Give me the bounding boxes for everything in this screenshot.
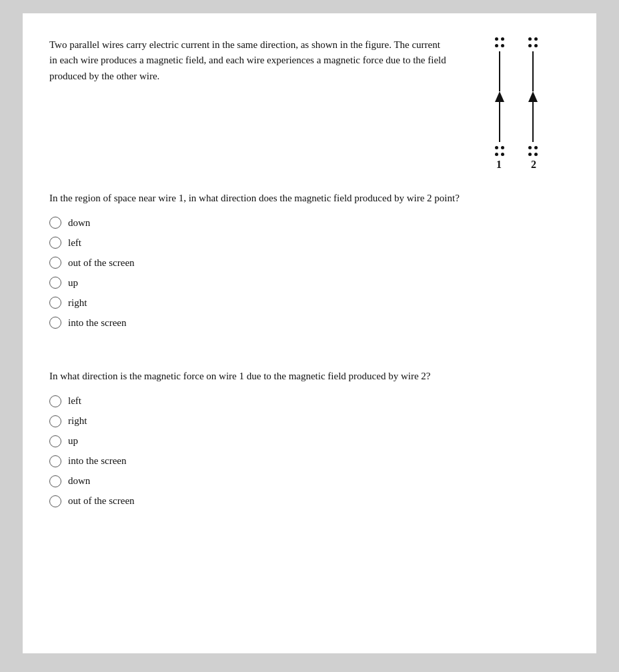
dot: [528, 153, 532, 156]
dot: [495, 153, 498, 156]
radio-q2-down[interactable]: [49, 475, 61, 487]
radio-q1-out[interactable]: [49, 257, 61, 269]
label-q2-up: up: [68, 435, 78, 447]
wire1-top-segment: [499, 51, 500, 91]
option-q1-into[interactable]: into the screen: [49, 317, 570, 329]
wire2-dot-row1: [528, 37, 538, 41]
label-q1-left: left: [68, 237, 81, 249]
option-q2-out[interactable]: out of the screen: [49, 495, 570, 507]
radio-q2-right[interactable]: [49, 415, 61, 427]
top-dots: [495, 37, 538, 47]
wire2-bottom-dots: [528, 146, 538, 156]
wire-labels: 1 2: [494, 159, 539, 171]
page-card: Two parallel wires carry electric curren…: [23, 13, 596, 653]
wire2: [528, 51, 538, 142]
dot: [534, 44, 538, 47]
question2-text: In what direction is the magnetic force …: [49, 369, 570, 384]
dot: [528, 37, 532, 41]
dot: [534, 37, 538, 41]
dot: [528, 44, 532, 47]
question-divider: [49, 342, 570, 362]
wire1-bot-row1: [495, 146, 504, 149]
option-q1-out[interactable]: out of the screen: [49, 257, 570, 269]
option-q2-down[interactable]: down: [49, 475, 570, 487]
dot: [501, 153, 504, 156]
radio-q1-right[interactable]: [49, 297, 61, 309]
label-q2-into: into the screen: [68, 455, 126, 467]
bottom-dots: [495, 146, 538, 156]
label-q2-down: down: [68, 475, 90, 487]
question2-section: In what direction is the magnetic force …: [49, 369, 570, 507]
radio-q2-out[interactable]: [49, 495, 61, 507]
wire1-dot-row2: [495, 44, 504, 47]
radio-q1-into[interactable]: [49, 317, 61, 329]
label-q1-right: right: [68, 297, 87, 309]
radio-q2-into[interactable]: [49, 455, 61, 467]
label-q1-into: into the screen: [68, 317, 126, 329]
wire1-label: 1: [494, 159, 504, 171]
dot: [534, 153, 538, 156]
wire2-bot-row1: [528, 146, 538, 149]
dot: [534, 146, 538, 149]
wire2-bottom-segment: [532, 102, 534, 142]
wire1-top-dots: [495, 37, 504, 47]
dot: [495, 37, 498, 41]
intro-section: Two parallel wires carry electric curren…: [49, 37, 570, 171]
wire2-dot-row2: [528, 44, 538, 47]
option-q2-right[interactable]: right: [49, 415, 570, 427]
wire2-top-dots: [528, 37, 538, 47]
option-q1-right[interactable]: right: [49, 297, 570, 309]
intro-text: Two parallel wires carry electric curren…: [49, 37, 450, 171]
wire1-bottom-segment: [499, 102, 500, 142]
label-q2-out: out of the screen: [68, 495, 135, 507]
wire2-label: 2: [528, 159, 539, 171]
wire1-bottom-dots: [495, 146, 504, 156]
wire1: [495, 51, 504, 142]
wire2-bot-row2: [528, 153, 538, 156]
label-q1-down: down: [68, 217, 90, 229]
radio-q1-left[interactable]: [49, 237, 61, 249]
radio-q2-left[interactable]: [49, 395, 61, 407]
radio-q1-down[interactable]: [49, 217, 61, 229]
intro-paragraph: Two parallel wires carry electric curren…: [49, 37, 450, 84]
dot: [495, 44, 498, 47]
label-q1-out: out of the screen: [68, 257, 135, 269]
label-q2-right: right: [68, 415, 87, 427]
wire2-arrow: [528, 91, 538, 102]
label-q2-left: left: [68, 395, 81, 407]
wire1-arrow: [495, 91, 504, 102]
option-q1-down[interactable]: down: [49, 217, 570, 229]
dot: [495, 146, 498, 149]
dot: [501, 37, 504, 41]
wires-middle: [495, 51, 538, 142]
option-q2-left[interactable]: left: [49, 395, 570, 407]
wire1-bot-row2: [495, 153, 504, 156]
wire2-top-segment: [532, 51, 534, 91]
diagram-area: 1 2: [463, 37, 570, 171]
dot: [501, 44, 504, 47]
label-q1-up: up: [68, 277, 78, 289]
option-q1-left[interactable]: left: [49, 237, 570, 249]
dot: [501, 146, 504, 149]
dot: [528, 146, 532, 149]
option-q2-into[interactable]: into the screen: [49, 455, 570, 467]
radio-q2-up[interactable]: [49, 435, 61, 447]
option-q1-up[interactable]: up: [49, 277, 570, 289]
radio-q1-up[interactable]: [49, 277, 61, 289]
option-q2-up[interactable]: up: [49, 435, 570, 447]
wire-diagram: 1 2: [494, 37, 539, 171]
question1-section: In the region of space near wire 1, in w…: [49, 191, 570, 329]
wire1-dot-row1: [495, 37, 504, 41]
question1-text: In the region of space near wire 1, in w…: [49, 191, 570, 206]
